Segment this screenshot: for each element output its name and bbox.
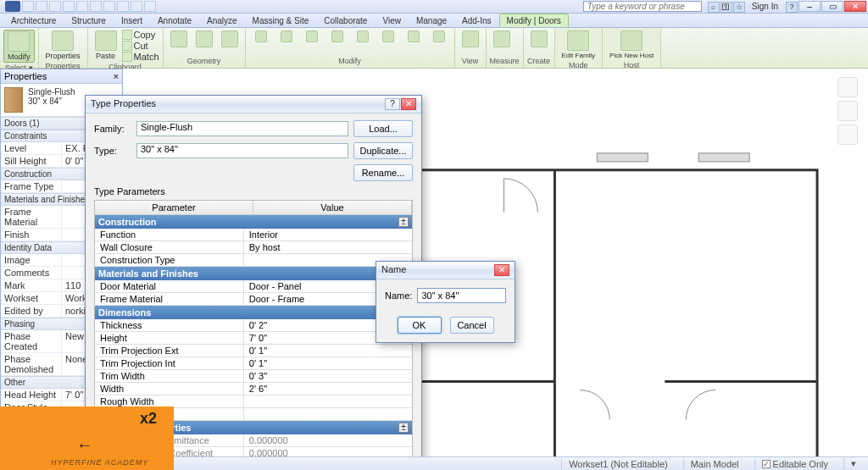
collapse-icon[interactable]: ± [398, 423, 409, 433]
qat-button[interactable] [63, 1, 75, 12]
duplicate-button[interactable]: Duplicate... [353, 142, 413, 159]
param-value[interactable]: 0' 3" [244, 370, 412, 382]
param-value[interactable]: 2' 6" [244, 383, 412, 395]
param-row[interactable]: Width2' 6" [95, 383, 412, 395]
tab-insert[interactable]: Insert [114, 14, 150, 27]
geom-button[interactable] [192, 30, 216, 48]
tab-modify-doors[interactable]: Modify | Doors [499, 14, 569, 27]
tab-addins[interactable]: Add-Ins [454, 14, 498, 27]
paste-button[interactable]: Paste [92, 30, 120, 61]
close-icon[interactable]: ✕ [401, 98, 416, 110]
star-icon[interactable]: ☆ [733, 2, 745, 13]
help-icon[interactable]: ? [385, 98, 400, 110]
param-row[interactable]: Trim Width0' 3" [95, 370, 412, 383]
tab-annotate[interactable]: Annotate [150, 14, 199, 27]
filter-icon[interactable]: ▾ [843, 458, 863, 469]
help-icon[interactable]: ? [786, 2, 798, 13]
workset-status[interactable]: Workset1 (Not Editable) [561, 459, 675, 469]
maximize-button[interactable]: ▭ [821, 1, 843, 12]
ok-button[interactable]: OK [398, 317, 442, 334]
modify-tool[interactable] [402, 30, 426, 43]
param-row[interactable]: Trim Projection Ext0' 1" [95, 345, 412, 357]
param-row[interactable]: Door MaterialDoor - Panel [95, 280, 412, 293]
param-row[interactable]: Construction Type [95, 254, 412, 267]
cancel-button[interactable]: Cancel [450, 317, 494, 334]
design-options[interactable]: Main Model [683, 459, 746, 469]
tab-massing[interactable]: Massing & Site [245, 14, 317, 27]
modify-tool[interactable] [249, 30, 273, 43]
qat-button[interactable] [103, 1, 115, 12]
minimize-button[interactable]: – [798, 1, 821, 12]
tab-manage[interactable]: Manage [409, 14, 454, 27]
editable-only-toggle[interactable]: Editable Only [754, 459, 835, 469]
nav-wheel-icon[interactable] [837, 101, 858, 121]
qat-button[interactable] [76, 1, 88, 12]
param-row[interactable]: Thickness0' 2" [95, 319, 412, 332]
checkbox-icon[interactable] [762, 460, 771, 468]
param-value[interactable] [244, 408, 412, 420]
close-button[interactable]: ✕ [844, 1, 866, 12]
qat-button[interactable] [131, 1, 142, 12]
search-input[interactable] [583, 1, 702, 12]
modify-tool[interactable] [326, 30, 349, 43]
close-icon[interactable]: × [114, 71, 119, 81]
match-button[interactable]: Match [122, 52, 159, 62]
properties-button[interactable]: Properties [42, 30, 84, 61]
load-button[interactable]: Load... [353, 120, 413, 137]
param-row[interactable]: FunctionInterior [95, 229, 412, 241]
param-group-header[interactable]: Construction± [95, 215, 412, 229]
param-row[interactable]: Frame MaterialDoor - Frame [95, 293, 412, 306]
param-value[interactable]: Interior [244, 229, 412, 241]
app-icon[interactable] [5, 1, 20, 12]
key-icon[interactable]: ⚿ [721, 2, 732, 13]
param-value[interactable]: 0' 1" [244, 357, 412, 369]
modify-tool[interactable] [275, 30, 298, 43]
type-params-label: Type Parameters [94, 186, 413, 196]
param-value[interactable]: By host [244, 241, 412, 253]
param-value[interactable] [244, 395, 412, 407]
close-icon[interactable]: ✕ [494, 264, 509, 276]
search-icon[interactable]: ⌕ [708, 2, 720, 13]
type-select[interactable]: 30" x 84" [136, 143, 348, 158]
rename-button[interactable]: Rename... [353, 164, 413, 181]
measure-button[interactable] [490, 30, 514, 48]
modify-tool[interactable] [351, 30, 375, 43]
qat-button[interactable] [117, 1, 129, 12]
param-row[interactable]: Wall ClosureBy host [95, 241, 412, 254]
geom-button[interactable] [218, 30, 242, 48]
pick-host-button[interactable]: Pick New Host [606, 30, 657, 60]
qat-button[interactable] [22, 1, 34, 12]
param-value[interactable]: 0' 1" [244, 345, 412, 357]
copy-button[interactable]: Copy [122, 30, 159, 40]
view-button[interactable] [459, 30, 482, 48]
qat-button[interactable] [144, 1, 156, 12]
geom-button[interactable] [167, 30, 191, 48]
param-group-header[interactable]: Dimensions± [95, 306, 412, 319]
param-row[interactable]: Trim Projection Int0' 1" [95, 357, 412, 370]
cut-button[interactable]: Cut [122, 41, 159, 51]
nav-pan-icon[interactable] [837, 124, 858, 145]
param-group-header[interactable]: Materials and Finishes± [95, 267, 412, 280]
tab-structure[interactable]: Structure [64, 14, 114, 27]
signin-button[interactable]: Sign In [752, 2, 778, 11]
nav-home-icon[interactable] [837, 77, 858, 97]
edit-family-button[interactable]: Edit Family [559, 30, 599, 60]
modify-tool[interactable] [376, 30, 400, 43]
modify-button[interactable]: Modify [3, 30, 35, 63]
modify-tool[interactable] [300, 30, 324, 43]
family-select[interactable]: Single-Flush [136, 121, 348, 136]
tab-architecture[interactable]: Architecture [3, 14, 64, 27]
qat-button[interactable] [49, 1, 61, 12]
create-button[interactable] [527, 30, 551, 48]
name-label: Name: [385, 290, 412, 301]
modify-tool[interactable] [427, 30, 451, 43]
tab-collaborate[interactable]: Collaborate [316, 14, 375, 27]
tab-analyze[interactable]: Analyze [199, 14, 245, 27]
param-value[interactable]: 0.000000 [244, 434, 412, 446]
collapse-icon[interactable]: ± [398, 217, 409, 227]
qat-button[interactable] [36, 1, 47, 12]
name-input[interactable] [417, 288, 506, 303]
param-row[interactable]: Height7' 0" [95, 332, 412, 345]
tab-view[interactable]: View [375, 14, 409, 27]
qat-button[interactable] [90, 1, 102, 12]
